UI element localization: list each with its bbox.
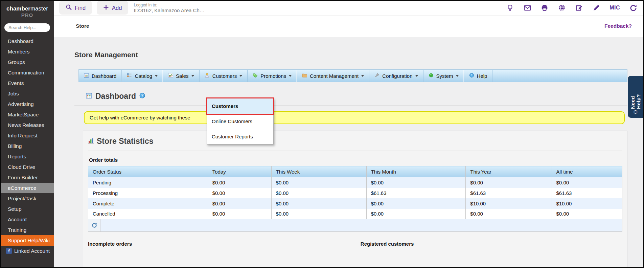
add-button-label: Add (112, 5, 122, 11)
help-search-input[interactable] (4, 23, 50, 32)
table-refresh-button[interactable] (88, 219, 100, 231)
mic-label[interactable]: MIC (610, 5, 620, 11)
cell-value: $0.00 (208, 198, 271, 209)
dashboard-section-title: Dashboard (95, 92, 136, 101)
sidebar-item-support-help-wiki[interactable]: Support Help/Wiki (1, 235, 54, 246)
chevron-down-icon (289, 75, 292, 78)
cell-value: $0.00 (552, 177, 622, 188)
dropdown-item-customers[interactable]: Customers (207, 98, 273, 114)
table-header-row: Order Status Today This Week This Month … (88, 166, 622, 177)
sidebar-item-project-task[interactable]: Project/Task (1, 193, 54, 204)
menu-system[interactable]: System (423, 70, 464, 82)
cell-status: Processing (88, 188, 208, 198)
dashboard-grid-icon (86, 93, 92, 100)
lightbulb-icon[interactable] (506, 4, 514, 12)
table-row-processing: Processing $0.00 $0.00 $61.63 $61.63 $61… (88, 188, 622, 198)
menu-help[interactable]: ? Help (464, 70, 493, 82)
find-button-label: Find (75, 5, 86, 11)
sidebar-item-members[interactable]: Members (1, 46, 54, 57)
cell-status: Cancelled (88, 209, 208, 219)
logo-pro-label: PRO (1, 12, 54, 18)
chevron-down-icon (191, 75, 194, 78)
col-order-status: Order Status (88, 166, 208, 177)
feedback-link[interactable]: Feedback? (604, 23, 632, 29)
cell-value: $0.00 (208, 177, 271, 188)
page-title: Store Management (74, 51, 627, 59)
cell-value: $0.00 (208, 209, 271, 219)
sidebar-item-advertising[interactable]: Advertising (1, 99, 54, 109)
sidebar-item-communication[interactable]: Communication (1, 67, 54, 78)
compose-icon[interactable] (575, 4, 583, 12)
section-help-icon[interactable]: ? (139, 93, 145, 100)
table-footer (88, 219, 622, 232)
sidebar-item-info-request[interactable]: Info Request (1, 130, 54, 141)
need-help-label: Need Help? (630, 80, 641, 109)
printer-icon[interactable] (540, 4, 549, 12)
store-statistics-title: Store Statistics (97, 137, 153, 146)
menu-promotions[interactable]: Promotions (248, 70, 297, 82)
plus-icon (103, 4, 109, 12)
svg-text:?: ? (471, 74, 473, 77)
menu-configuration[interactable]: Configuration (369, 70, 423, 82)
cell-value: $0.00 (366, 198, 466, 209)
sidebar-item-marketspace[interactable]: MarketSpace (1, 109, 54, 120)
sidebar-item-groups[interactable]: Groups (1, 57, 54, 67)
sidebar-item-news-releases[interactable]: News Releases (1, 120, 54, 130)
sidebar-item-billing[interactable]: Billing (1, 141, 54, 151)
module-title: Store (76, 23, 89, 29)
menu-customers[interactable]: Customers (200, 70, 248, 82)
sidebar-item-setup[interactable]: Setup (1, 204, 54, 214)
sidebar-item-dashboard[interactable]: Dashboard (1, 36, 54, 46)
facebook-icon: f (6, 248, 12, 254)
bottom-stat-labels: Incomplete orders Registered customers (88, 241, 622, 247)
sidebar-item-cloud-drive[interactable]: Cloud Drive (1, 162, 54, 172)
help-circle-icon: ? (469, 73, 474, 79)
sidebar-item-ecommerce[interactable]: eCommerce (1, 183, 54, 193)
cell-value: $0.00 (208, 188, 271, 198)
col-today: Today (208, 166, 271, 177)
globe-icon[interactable] (558, 4, 566, 12)
cell-status: Complete (88, 198, 208, 209)
menu-dashboard-label: Dashboard (92, 73, 116, 79)
find-button[interactable]: Find (59, 1, 92, 15)
sidebar-item-reports[interactable]: Reports (1, 151, 54, 162)
cell-value: $0.00 (366, 209, 466, 219)
app-logo: chambermaster PRO (1, 1, 54, 18)
cell-value: $10.00 (466, 198, 552, 209)
dropdown-item-customer-reports[interactable]: Customer Reports (207, 129, 273, 144)
content-area: Store Management Dashboard Catalog Sales (54, 37, 643, 267)
cell-value: $0.00 (271, 177, 366, 188)
sidebar-item-events[interactable]: Events (1, 78, 54, 88)
sidebar-item-jobs[interactable]: Jobs (1, 88, 54, 99)
menu-content-management[interactable]: Content Management (297, 70, 369, 82)
need-help-tab[interactable]: Need Help? ☺ (628, 76, 643, 118)
menu-catalog[interactable]: Catalog (122, 70, 163, 82)
topbar: Find Add Logged in to: ID:3162, Kalamazo… (54, 1, 643, 16)
menu-sales[interactable]: Sales (163, 70, 200, 82)
cell-value: $0.00 (466, 177, 552, 188)
refresh-icon[interactable] (629, 4, 637, 12)
col-all-time: All time (552, 166, 622, 177)
table-row-pending: Pending $0.00 $0.00 $0.00 $0.00 $0.00 (88, 177, 622, 188)
add-button[interactable]: Add (97, 1, 128, 15)
cell-value: $61.63 (466, 188, 552, 198)
topbar-icon-row: MIC (506, 4, 637, 12)
chevron-down-icon (456, 75, 459, 78)
cell-value: $0.00 (271, 188, 366, 198)
logged-in-caption: Logged in to: (134, 3, 206, 7)
sidebar-item-account[interactable]: Account (1, 214, 54, 225)
menu-content-management-label: Content Management (310, 73, 359, 79)
logged-in-value: ID:3162, Kalamazoo Area Cha… (134, 7, 206, 13)
sidebar-item-linked-account[interactable]: f Linked Account (1, 246, 54, 256)
sidebar-item-form-builder[interactable]: Form Builder (1, 172, 54, 183)
col-this-month: This Month (366, 166, 466, 177)
cell-value: $61.63 (552, 188, 622, 198)
customer-person-icon (205, 73, 210, 79)
dropdown-item-online-customers[interactable]: Online Customers (207, 114, 273, 129)
cell-value: $0.00 (271, 209, 366, 219)
menu-dashboard[interactable]: Dashboard (79, 70, 122, 82)
envelope-icon[interactable] (523, 4, 531, 12)
sidebar-item-training[interactable]: Training (1, 225, 54, 235)
pencil-icon[interactable] (592, 4, 600, 12)
cell-status: Pending (88, 177, 208, 188)
